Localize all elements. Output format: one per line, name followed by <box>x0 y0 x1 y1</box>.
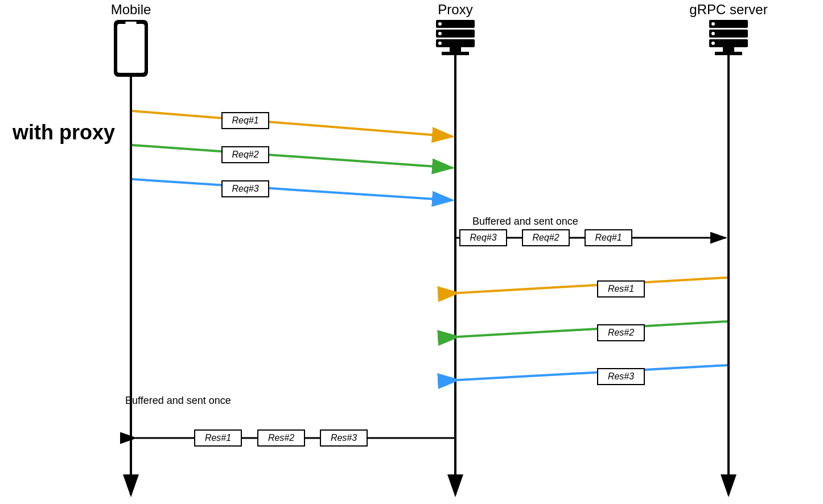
proxy-base <box>442 52 469 55</box>
batch-req3-label: Req#3 <box>470 233 496 242</box>
req2-label: Req#2 <box>232 150 258 159</box>
batch-res3-label: Res#3 <box>331 433 357 443</box>
batch-req2-label: Req#2 <box>532 233 559 242</box>
diagram-container: Mobile Proxy gRPC server <box>0 0 823 504</box>
buffered-proxy-annotation: Buffered and sent once <box>472 216 578 227</box>
req3-label: Req#3 <box>232 184 258 193</box>
proxy-server-2 <box>436 30 475 38</box>
res2-grpc-proxy-line <box>458 321 727 337</box>
batch-res1-label: Res#1 <box>205 433 231 443</box>
proxy-stand <box>450 47 461 52</box>
grpc-base <box>715 52 742 55</box>
grpc-dot-1 <box>711 22 715 26</box>
proxy-dot-1 <box>438 22 442 26</box>
mobile-icon-screen <box>117 24 145 73</box>
proxy-server-1 <box>436 20 475 28</box>
with-proxy-title: with proxy <box>12 121 115 144</box>
mobile-label: Mobile <box>111 2 151 17</box>
grpc-dot-2 <box>711 32 715 35</box>
req1-line <box>132 111 452 137</box>
batch-req1-label: Req#1 <box>595 233 622 242</box>
res1-grpc-proxy-line <box>458 278 727 293</box>
grpc-server-1 <box>709 20 748 28</box>
diagram-svg: Mobile Proxy gRPC server <box>0 0 823 504</box>
req1-label: Req#1 <box>232 115 258 125</box>
mobile-speaker <box>125 22 137 24</box>
grpc-server-3 <box>709 39 748 47</box>
res1-grpc-proxy-label: Res#1 <box>608 284 634 294</box>
req2-line <box>132 145 452 168</box>
res3-grpc-proxy-line <box>458 365 727 380</box>
res3-grpc-proxy-label: Res#3 <box>608 371 634 381</box>
proxy-server-3 <box>436 39 475 47</box>
batch-res2-label: Res#2 <box>268 433 294 443</box>
grpc-server-2 <box>709 30 748 38</box>
proxy-label: Proxy <box>438 2 472 17</box>
req3-line <box>132 179 452 200</box>
buffered-mobile-annotation: Buffered and sent once <box>125 395 231 406</box>
proxy-dot-3 <box>438 42 442 45</box>
proxy-dot-2 <box>438 32 442 35</box>
grpc-label: gRPC server <box>689 2 767 17</box>
grpc-dot-3 <box>711 42 715 45</box>
grpc-stand <box>723 47 734 52</box>
res2-grpc-proxy-label: Res#2 <box>608 328 634 337</box>
